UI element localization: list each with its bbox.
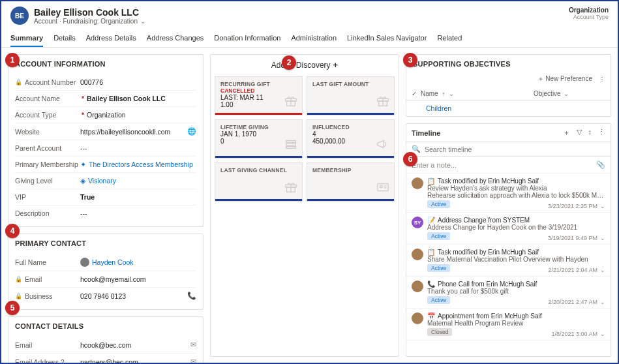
objective-row[interactable]: Children	[406, 100, 611, 116]
chevron-down-icon[interactable]: ⌄	[564, 90, 569, 97]
tab-linkedin-sales-navigator[interactable]: LinkedIn Sales Navigator	[347, 30, 427, 47]
timeline-note-input[interactable]: Enter a note...	[412, 161, 457, 169]
primary-contact-name[interactable]: Hayden Cook	[80, 258, 196, 267]
page-subtitle[interactable]: Account · Fundraising: Organization ⌄	[34, 18, 145, 25]
lock-icon: 🔒	[15, 276, 22, 282]
primary-membership-value[interactable]: ✦The Directors Access Membership	[80, 160, 196, 168]
tab-bar: SummaryDetailsAddress DetailsAddress Cha…	[1, 30, 618, 48]
sort-icon[interactable]: ↕	[588, 128, 592, 138]
clipboard-icon: 📋	[427, 177, 435, 185]
tab-donation-information[interactable]: Donation Information	[214, 30, 280, 47]
checkmark-icon[interactable]: ✓	[412, 90, 417, 97]
annotation-2: 2	[282, 55, 296, 70]
avatar: SY	[412, 217, 423, 228]
chevron-down-icon[interactable]: ⌄	[600, 235, 605, 241]
vip-value[interactable]: True	[80, 193, 196, 201]
filter-icon[interactable]: ▽	[577, 128, 582, 138]
annotation-4: 4	[5, 224, 20, 238]
plus-icon: +	[333, 60, 339, 70]
primary-contact-email[interactable]: hcook@myemail.com	[80, 275, 196, 283]
avatar	[412, 249, 423, 260]
clipboard-icon: 📋	[427, 249, 435, 256]
tile-lifetime-giving[interactable]: LIFETIME GIVINGJAN 1, 19700	[215, 119, 303, 159]
phone-icon[interactable]: 📞	[187, 292, 196, 300]
stack-icon	[284, 137, 298, 153]
account-number-value[interactable]: 000776	[80, 78, 196, 86]
new-preference-button[interactable]: ＋ New Preference	[537, 74, 592, 83]
timeline-item[interactable]: 📞Phone Call from Erin McHugh Saif Discus…	[406, 341, 611, 343]
timeline-item[interactable]: 📞Phone Call from Erin McHugh Saif Thank …	[406, 277, 611, 309]
add-to-discovery-button[interactable]: Add to Discovery+	[211, 55, 399, 76]
objectives-panel: SUPPORTING OBJECTIVES ＋ New Preference ⋮…	[406, 54, 611, 117]
annotation-1: 1	[5, 53, 20, 67]
tile-last-giving-channel[interactable]: LAST GIVING CHANNEL	[215, 162, 303, 202]
tile-membership[interactable]: MEMBERSHIP	[307, 162, 395, 202]
lock-icon: 🔒	[15, 79, 22, 85]
sort-asc-icon[interactable]: ↑	[442, 91, 445, 97]
tab-address-details[interactable]: Address Details	[86, 30, 136, 47]
account-name-value[interactable]: *Bailey Ellison Cook LLC	[80, 95, 196, 102]
timeline-item[interactable]: 📅Appointment from Erin McHugh Saif Mater…	[406, 309, 611, 341]
phone-icon: 📞	[427, 281, 435, 288]
annotation-3: 3	[403, 53, 417, 67]
chevron-down-icon[interactable]: ⌄	[140, 18, 145, 25]
page-title: Bailey Ellison Cook LLC	[34, 7, 145, 18]
timeline-item[interactable]: 📋Task modified by Erin McHugh Saif Revie…	[406, 174, 611, 213]
add-icon[interactable]: ＋	[563, 128, 570, 138]
parent-account-value[interactable]: ---	[80, 144, 196, 152]
contact-email2[interactable]: partners@bec.com✉	[80, 357, 196, 364]
svg-rect-12	[378, 184, 389, 191]
discovery-panel: Add to Discovery+ RECURRING GIFTCANCELLE…	[210, 54, 399, 357]
mail-icon[interactable]: ✉	[190, 357, 196, 364]
account-info-panel: ACCOUNT INFORMATION 🔒Account Number 0007…	[8, 54, 204, 227]
primary-contact-title: PRIMARY CONTACT	[8, 234, 203, 252]
attachment-icon[interactable]: 📎	[596, 160, 605, 169]
timeline-search-input[interactable]	[425, 145, 605, 153]
contact-details-title: CONTACT DETAILS	[8, 317, 203, 335]
svg-rect-8	[286, 147, 296, 149]
note-icon: 📝	[427, 217, 435, 224]
chevron-down-icon[interactable]: ⌄	[600, 299, 605, 305]
contact-details-panel: CONTACT DETAILS Email hcook@bec.com✉ Ema…	[8, 316, 204, 364]
contact-email[interactable]: hcook@bec.com✉	[80, 341, 196, 349]
annotation-6: 6	[403, 152, 417, 166]
primary-contact-panel: PRIMARY CONTACT Full Name Hayden Cook 🔒E…	[8, 234, 204, 310]
svg-rect-7	[286, 144, 296, 145]
svg-point-13	[380, 185, 382, 188]
globe-icon[interactable]: 🌐	[187, 127, 196, 136]
more-icon[interactable]: ⋮	[598, 128, 605, 138]
tab-summary[interactable]: Summary	[10, 30, 43, 47]
lock-icon: 🔒	[15, 293, 22, 299]
timeline-title: Timeline	[412, 129, 558, 137]
tab-address-changes[interactable]: Address Changes	[147, 30, 204, 47]
header-right-label: Account Type	[569, 14, 609, 20]
timeline-item[interactable]: SY 📝Address Change from SYSTEM Address C…	[406, 213, 611, 245]
tab-details[interactable]: Details	[53, 30, 76, 47]
chevron-down-icon[interactable]: ⌄	[600, 267, 605, 273]
tile-last-gift-amount[interactable]: LAST GIFT AMOUNT	[307, 76, 395, 115]
more-icon[interactable]: ⋮	[599, 76, 605, 83]
tile-influenced[interactable]: INFLUENCED4450,000.00	[307, 119, 395, 159]
description-value[interactable]: ---	[80, 209, 196, 217]
account-type-value[interactable]: *Organization	[80, 111, 196, 119]
avatar	[412, 177, 423, 189]
chevron-down-icon[interactable]: ⌄	[449, 90, 454, 97]
idcard-icon	[376, 180, 390, 196]
avatar	[412, 281, 423, 292]
tile-recurring-gift[interactable]: RECURRING GIFTCANCELLEDLAST: MAR 111.00	[215, 76, 303, 115]
primary-contact-business[interactable]: 020 7946 0123📞	[80, 292, 196, 300]
timeline-item[interactable]: 📋Task modified by Erin McHugh Saif Share…	[406, 245, 611, 277]
tab-related[interactable]: Related	[437, 30, 462, 47]
website-value[interactable]: https://baileyellisoncookll.com🌐	[80, 127, 196, 136]
avatar	[412, 312, 423, 324]
svg-rect-6	[286, 141, 296, 143]
tab-administration[interactable]: Administration	[291, 30, 337, 47]
mail-icon[interactable]: ✉	[190, 341, 196, 349]
objectives-title: SUPPORTING OBJECTIVES	[406, 55, 611, 73]
chevron-down-icon[interactable]: ⌄	[600, 331, 605, 337]
annotation-5: 5	[5, 301, 20, 315]
chevron-down-icon[interactable]: ⌄	[600, 203, 605, 209]
account-avatar: BE	[10, 7, 29, 25]
account-info-title: ACCOUNT INFORMATION	[8, 55, 203, 73]
giving-level-value[interactable]: ◈Visionary	[80, 177, 196, 185]
